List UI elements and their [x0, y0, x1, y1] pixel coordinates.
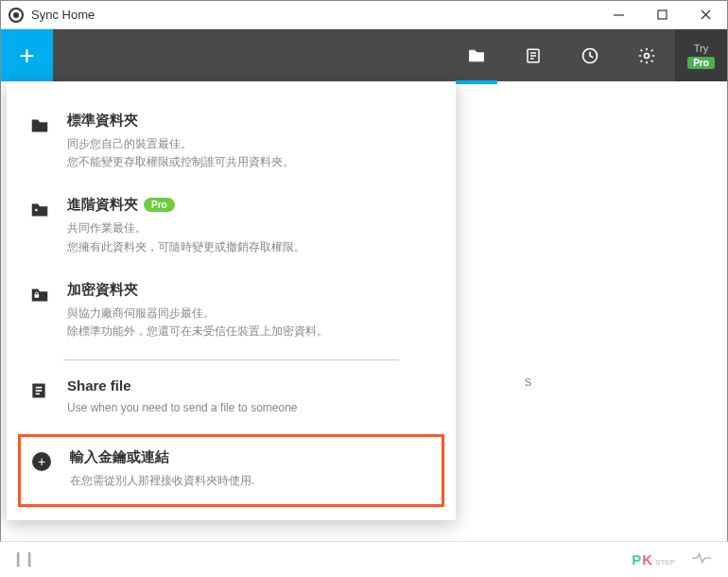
menu-item-advanced-folder[interactable]: 進階資料夾 Pro 共同作業最佳。 您擁有此資料夾，可隨時變更或撤銷存取權限。	[7, 184, 456, 269]
plus-icon: +	[19, 41, 34, 71]
item-desc: 同步您自己的裝置最佳。 您不能變更存取權限或控制誰可共用資料夾。	[67, 135, 433, 171]
pro-badge: Pro	[144, 198, 175, 212]
add-dropdown-panel: 標準資料夾 同步您自己的裝置最佳。 您不能變更存取權限或控制誰可共用資料夾。 進…	[7, 81, 456, 520]
item-desc: 共同作業最佳。 您擁有此資料夾，可隨時變更或撤銷存取權限。	[67, 219, 433, 255]
statusbar: ▎▎ PKSTEP	[0, 541, 728, 577]
transfers-tab[interactable]	[505, 29, 562, 81]
close-button[interactable]	[684, 1, 727, 29]
titlebar: Sync Home	[1, 1, 727, 29]
item-title: 加密資料夾	[67, 281, 433, 299]
main-toolbar: + Try Pro	[1, 29, 727, 81]
folders-tab[interactable]	[448, 29, 505, 81]
try-pro-button[interactable]: Try Pro	[675, 29, 727, 81]
menu-item-share-file[interactable]: Share file Use when you need to send a f…	[7, 366, 456, 430]
history-tab[interactable]	[562, 29, 618, 81]
activity-icon	[692, 551, 711, 568]
pause-icon[interactable]: ▎▎	[17, 552, 40, 567]
menu-item-encrypted-folder[interactable]: 加密資料夾 與協力廠商伺服器同步最佳。 除標準功能外，您還可在未受信任裝置上加密…	[7, 270, 456, 354]
svg-rect-1	[658, 10, 667, 19]
folder-lock-icon	[29, 281, 50, 341]
circle-plus-icon: +	[32, 448, 53, 490]
item-title: 輸入金鑰或連結	[70, 448, 430, 466]
item-title: Share file	[67, 377, 433, 393]
background-text: s	[525, 374, 531, 389]
item-desc: 在您需從別人那裡接收資料夾時使用.	[70, 472, 430, 490]
window-title: Sync Home	[31, 8, 95, 22]
separator	[63, 359, 399, 360]
settings-tab[interactable]	[618, 29, 675, 81]
minimize-button[interactable]	[597, 1, 640, 29]
menu-item-standard-folder[interactable]: 標準資料夾 同步您自己的裝置最佳。 您不能變更存取權限或控制誰可共用資料夾。	[7, 100, 456, 184]
add-button[interactable]: +	[1, 29, 53, 81]
pk-logo: PKSTEP	[632, 551, 675, 568]
item-title: 標準資料夾	[67, 112, 433, 130]
svg-point-9	[645, 53, 650, 58]
folder-owner-icon	[29, 196, 50, 255]
folder-icon	[29, 112, 50, 171]
menu-item-enter-key[interactable]: + 輸入金鑰或連結 在您需從別人那裡接收資料夾時使用.	[18, 434, 444, 506]
svg-rect-11	[35, 294, 40, 298]
maximize-button[interactable]	[640, 1, 684, 29]
item-desc: 與協力廠商伺服器同步最佳。 除標準功能外，您還可在未受信任裝置上加密資料。	[67, 305, 433, 341]
item-title: 進階資料夾 Pro	[67, 196, 433, 214]
try-label: Try	[694, 43, 708, 54]
file-lines-icon	[29, 377, 50, 417]
item-desc: Use when you need to send a file to some…	[67, 399, 433, 417]
titlebar-left: Sync Home	[1, 8, 95, 23]
app-logo-icon	[9, 8, 24, 23]
pro-badge: Pro	[687, 57, 715, 69]
window-controls	[597, 1, 727, 29]
